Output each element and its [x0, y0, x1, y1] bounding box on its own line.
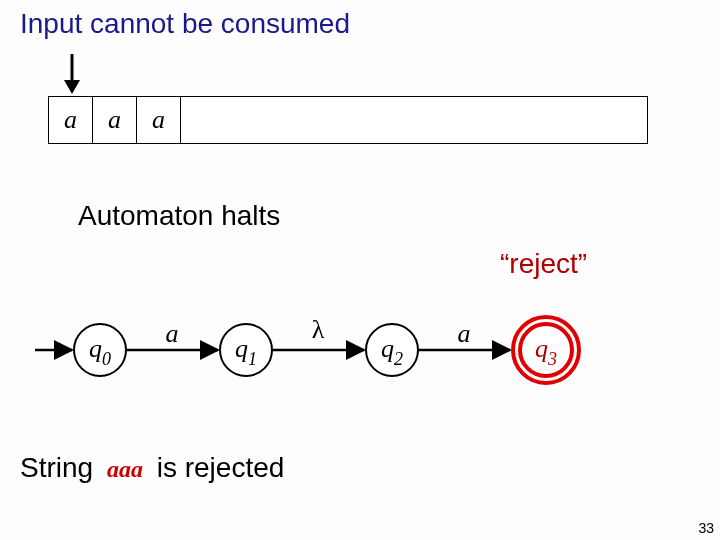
automaton-diagram: q0 a q1 λ q2 a q3 — [30, 300, 690, 400]
result-string-symbol: aaa — [101, 456, 149, 482]
result-prefix: String — [20, 452, 93, 483]
page-number: 33 — [698, 520, 714, 536]
slide-title: Input cannot be consumed — [20, 8, 350, 40]
subtitle: Automaton halts — [78, 200, 280, 232]
edge-label-lambda: λ — [312, 315, 325, 344]
tape-cell-blank — [181, 97, 647, 143]
input-tape: a a a — [48, 96, 648, 144]
edge-label-a1: a — [166, 319, 179, 348]
tape-cell: a — [93, 97, 137, 143]
result-suffix: is rejected — [157, 452, 285, 483]
tape-cell: a — [49, 97, 93, 143]
tape-head-arrow-icon — [60, 52, 84, 96]
state-q3-label: q — [535, 334, 548, 363]
svg-marker-1 — [64, 80, 80, 94]
reject-label: “reject” — [500, 248, 587, 280]
result-line: String aaa is rejected — [20, 452, 284, 484]
state-q1-label: q — [235, 334, 248, 363]
edge-label-a2: a — [458, 319, 471, 348]
state-q2-label: q — [381, 334, 394, 363]
tape-cell: a — [137, 97, 181, 143]
state-q0-label: q — [89, 334, 102, 363]
